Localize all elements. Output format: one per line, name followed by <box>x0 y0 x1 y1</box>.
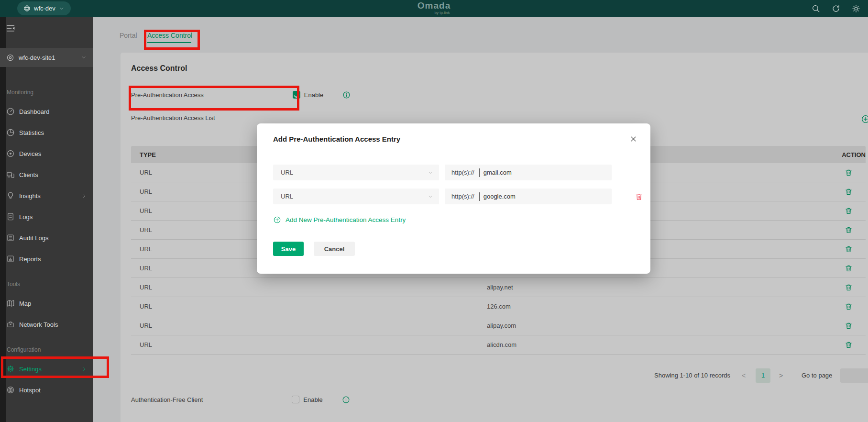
sidebar-item-label: Hotspot <box>19 387 41 394</box>
add-new-entry-link[interactable]: Add New Pre-Authentication Access Entry <box>273 216 406 224</box>
entry-type-select[interactable]: URL <box>273 165 439 180</box>
url-value: gmail.com <box>483 169 512 176</box>
plus-circle-icon <box>273 216 281 224</box>
clients-icon <box>6 170 15 179</box>
sidebar-item-label: Devices <box>19 150 41 157</box>
sidebar-item-label: Clients <box>19 171 38 178</box>
chevron-right-icon <box>81 193 87 199</box>
sidebar-item-clients[interactable]: Clients <box>0 164 93 185</box>
logo-subtext: by tp-link <box>434 11 450 15</box>
logs-icon <box>6 212 15 221</box>
section-label-monitoring: Monitoring <box>0 88 93 97</box>
omada-logo: Omada by tp-link <box>0 1 868 15</box>
site-name: wfc-dev-site1 <box>19 54 55 61</box>
modal-title: Add Pre-Authentication Access Entry <box>273 135 400 143</box>
cancel-button[interactable]: Cancel <box>314 242 355 256</box>
entry-type-value: URL <box>281 169 293 176</box>
url-value: google.com <box>483 193 516 200</box>
brightness-icon[interactable] <box>852 4 860 13</box>
sidebar-item-hotspot[interactable]: Hotspot <box>0 379 93 400</box>
top-bar: wfc-dev Omada by tp-link <box>0 0 868 17</box>
sidebar-item-settings[interactable]: Settings <box>0 358 93 379</box>
organization-name: wfc-dev <box>34 5 55 12</box>
sidebar-item-reports[interactable]: Reports <box>0 248 93 269</box>
url-prefix: http(s):// <box>451 169 474 176</box>
hotspot-icon <box>6 386 15 394</box>
section-label-configuration: Configuration <box>0 345 93 355</box>
sidebar-item-label: Audit Logs <box>19 234 48 242</box>
sidebar-item-devices[interactable]: Devices <box>0 143 93 164</box>
site-icon <box>6 54 14 62</box>
sidebar-item-label: Insights <box>19 192 41 200</box>
text-caret <box>479 192 480 201</box>
site-selector[interactable]: wfc-dev-site1 <box>0 48 93 67</box>
sidebar: wfc-dev-site1 Monitoring Dashboard Stati… <box>0 17 93 422</box>
audit-logs-icon <box>6 233 15 242</box>
url-prefix: http(s):// <box>451 193 474 200</box>
sidebar-item-dashboard[interactable]: Dashboard <box>0 101 93 122</box>
sidebar-item-label: Dashboard <box>19 108 50 115</box>
entry-type-select[interactable]: URL <box>273 189 439 204</box>
sidebar-item-label: Logs <box>19 213 33 221</box>
topbar-actions <box>812 0 860 17</box>
sidebar-item-label: Network Tools <box>19 321 58 328</box>
sidebar-item-label: Settings <box>19 366 42 373</box>
sidebar-item-insights[interactable]: Insights <box>0 185 93 206</box>
entry-url-input[interactable]: http(s):// google.com <box>445 189 612 204</box>
map-icon <box>6 299 15 308</box>
globe-icon <box>23 5 31 12</box>
entry-type-value: URL <box>281 193 293 200</box>
add-new-entry-label: Add New Pre-Authentication Access Entry <box>286 216 406 223</box>
sidebar-item-map[interactable]: Map <box>0 293 93 314</box>
organization-selector[interactable]: wfc-dev <box>17 1 71 15</box>
sidebar-item-logs[interactable]: Logs <box>0 206 93 227</box>
search-icon[interactable] <box>812 4 820 13</box>
logo-text: Omada <box>418 1 450 11</box>
section-label-tools: Tools <box>0 279 93 289</box>
add-pre-auth-entry-modal: Add Pre-Authentication Access Entry URL … <box>257 123 650 274</box>
network-tools-icon <box>6 320 15 329</box>
sidebar-item-label: Reports <box>19 255 41 263</box>
save-button[interactable]: Save <box>273 242 304 256</box>
text-caret <box>479 168 480 177</box>
sidebar-nav: Monitoring Dashboard Statistics Devices … <box>0 84 93 400</box>
chevron-right-icon <box>81 366 87 372</box>
refresh-icon[interactable] <box>832 4 840 13</box>
sidebar-item-statistics[interactable]: Statistics <box>0 122 93 143</box>
dashboard-icon <box>6 107 15 116</box>
sidebar-item-network-tools[interactable]: Network Tools <box>0 314 93 335</box>
chevron-down-icon <box>59 6 65 11</box>
devices-icon <box>6 149 15 158</box>
reports-icon <box>6 255 15 263</box>
entry-url-input[interactable]: http(s):// gmail.com <box>445 165 612 180</box>
delete-entry-icon[interactable] <box>635 192 643 201</box>
chevron-down-icon <box>428 194 433 200</box>
insights-icon <box>6 191 15 200</box>
chevron-down-icon <box>81 55 87 60</box>
gear-icon <box>6 365 15 373</box>
menu-fold-icon[interactable] <box>6 23 15 33</box>
statistics-icon <box>6 128 15 137</box>
sidebar-item-label: Statistics <box>19 129 44 136</box>
close-icon[interactable] <box>630 135 637 143</box>
omada-controller-screen: wfc-dev Omada by tp-link wfc-dev-site1 M… <box>0 0 868 422</box>
chevron-down-icon <box>428 170 433 176</box>
sidebar-item-label: Map <box>19 300 31 307</box>
sidebar-item-audit-logs[interactable]: Audit Logs <box>0 227 93 248</box>
